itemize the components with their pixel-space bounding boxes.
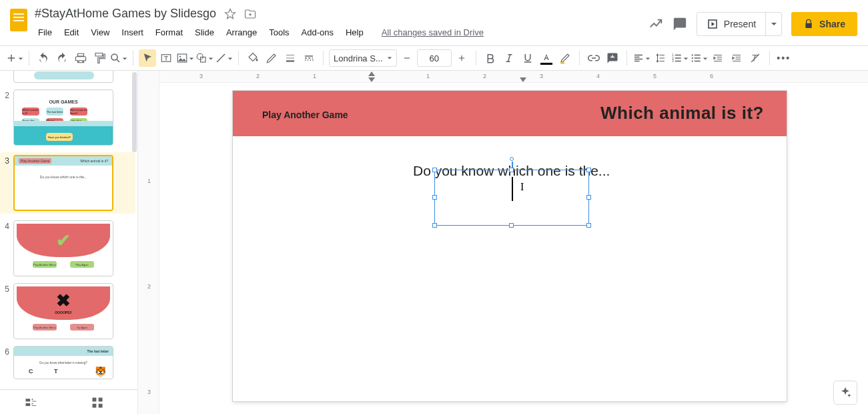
bold-button[interactable] [482,49,499,67]
indent-decrease-button[interactable] [709,49,727,67]
zoom-button[interactable] [109,49,127,67]
highlight-color-button[interactable] [556,49,574,67]
star-icon[interactable] [224,8,236,20]
border-color-button[interactable] [263,49,280,67]
comments-icon[interactable] [673,17,687,31]
menu-insert[interactable]: Insert [117,25,148,40]
menu-edit[interactable]: Edit [59,25,83,40]
slide-thumb-4[interactable]: 4 ✔ Play Another Menu Play Again [1,220,133,276]
italic-button[interactable] [500,49,518,67]
image-tool[interactable] [176,49,194,67]
menu-view[interactable]: View [86,25,114,40]
bulleted-list-button[interactable] [690,49,708,67]
share-button[interactable]: Share [791,12,857,36]
filmstrip-scrollbar[interactable] [132,72,137,152]
slide-header-right[interactable]: Which animal is it? [600,103,764,124]
app-logo[interactable] [5,4,32,36]
redo-button[interactable] [53,49,71,67]
numbered-list-button[interactable]: 123 [671,49,689,67]
cat-emoji: 🐯 [95,366,106,377]
font-family-select[interactable]: Londrina S... [329,49,397,67]
resize-handle[interactable] [432,223,437,228]
thumb-chip: Try Again [70,324,94,331]
save-status[interactable]: All changes saved in Drive [382,27,484,37]
resize-handle[interactable] [586,195,591,200]
font-size-dec[interactable] [398,49,416,67]
ruler-tick: 2 [147,283,151,290]
resize-handle[interactable] [586,223,591,228]
move-folder-icon[interactable] [244,8,256,20]
menu-help[interactable]: Help [341,25,368,40]
indent-marker-right-icon[interactable] [520,77,526,82]
present-label: Present [724,19,756,29]
textbox-selection[interactable]: I [434,170,589,226]
slide-number: 6 [1,346,9,357]
align-button[interactable] [632,49,650,67]
svg-rect-16 [32,403,33,405]
insert-comment-button[interactable] [604,49,621,67]
present-button[interactable]: Present [697,13,765,35]
menu-arrange[interactable]: Arrange [222,25,262,40]
shape-tool[interactable] [195,49,213,67]
font-size-input[interactable]: 60 [417,49,452,67]
svg-point-11 [691,60,693,61]
document-title[interactable]: #StayAtHome Games by Slidesgo [35,7,216,21]
resize-handle[interactable] [432,168,437,172]
filmstrip-view-icon[interactable] [24,396,37,409]
slide-thumb-6[interactable]: 6 The last letter Do you know what lette… [1,346,133,379]
text-color-button[interactable] [538,49,555,67]
explore-icon [839,386,852,399]
slide-header-left[interactable]: Play Another Game [262,110,348,120]
more-tools-button[interactable]: ••• [775,49,793,67]
thumb-sub: Do you know what letter is missing? [14,361,113,365]
resize-handle[interactable] [509,223,514,228]
indent-marker-top-icon[interactable] [368,71,375,76]
ruler-tick: 5 [653,73,657,79]
underline-button[interactable] [519,49,536,67]
line-tool[interactable] [215,49,233,67]
line-spacing-button[interactable] [652,49,669,67]
menu-tools[interactable]: Tools [264,25,294,40]
border-dash-button[interactable] [300,49,318,67]
thumb-chip: Have you finished? [46,133,73,141]
resize-handle[interactable] [586,168,591,172]
indent-marker-icon[interactable] [368,77,375,82]
textbox-tool[interactable] [157,49,175,67]
share-label: Share [819,19,845,29]
menu-slide[interactable]: Slide [190,25,219,40]
menu-format[interactable]: Format [151,25,187,40]
indent-increase-button[interactable] [728,49,745,67]
slide-thumb-3[interactable]: 3 Play Another GameWhich animal is it? D… [0,152,135,214]
clear-format-button[interactable] [747,49,764,67]
print-button[interactable] [72,49,89,67]
rotate-handle[interactable] [510,157,514,161]
resize-handle[interactable] [432,195,437,200]
slide-thumb-2[interactable]: 2 OUR GAMES Which animal is it? The last… [1,89,133,146]
menu-addons[interactable]: Add-ons [297,25,338,40]
present-dropdown[interactable] [765,13,781,35]
insert-link-button[interactable] [585,49,602,67]
slide-number: 5 [1,283,9,294]
svg-rect-20 [93,404,97,408]
ruler-tick: 1 [147,178,151,184]
slide-canvas[interactable]: Play Another Game Which animal is it? Do… [233,91,787,401]
slide-thumb-5[interactable]: 5 ✖ OOOOPS!! Play Another Menu Try Again [1,283,133,339]
work-area: 3 2 1 1 2 3 4 5 6 Play Another Game Whic… [159,71,868,414]
slide-thumb-1[interactable] [1,73,133,83]
svg-rect-15 [32,401,37,402]
paint-format-button[interactable] [91,49,108,67]
border-weight-button[interactable] [282,49,299,67]
thumb-chip: Play Another Menu [33,324,57,331]
grid-view-icon[interactable] [91,396,104,409]
resize-handle[interactable] [509,168,514,172]
undo-button[interactable] [35,49,52,67]
fill-color-button[interactable] [244,49,262,67]
font-size-inc[interactable] [453,49,470,67]
explore-button[interactable] [833,381,857,405]
select-tool[interactable] [139,49,156,67]
new-slide-button[interactable] [5,49,23,67]
menu-file[interactable]: File [33,25,57,40]
ruler-tick: 6 [710,73,713,79]
activity-icon[interactable] [648,17,663,31]
x-icon: ✖ [14,290,113,311]
